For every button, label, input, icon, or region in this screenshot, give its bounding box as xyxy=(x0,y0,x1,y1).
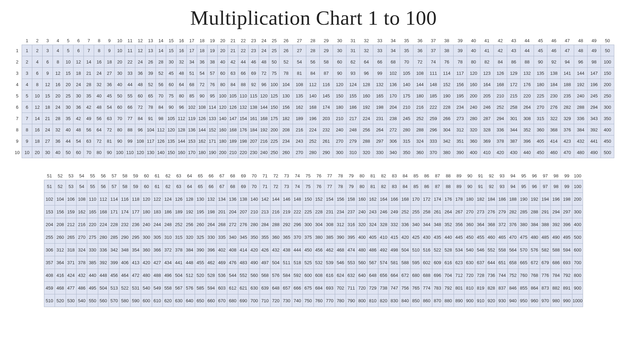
col-header: 44 xyxy=(521,37,534,45)
product-cell: 152 xyxy=(207,124,218,136)
product-cell: 828 xyxy=(486,282,497,294)
col-header: 17 xyxy=(187,37,197,45)
product-cell: 84 xyxy=(135,113,146,124)
product-cell: 320 xyxy=(357,218,367,231)
product-cell: 819 xyxy=(475,282,486,294)
product-cell: 144 xyxy=(176,136,187,147)
product-cell: 162 xyxy=(197,136,207,147)
product-cell: 270 xyxy=(293,147,306,158)
col-header: 89 xyxy=(454,172,464,180)
col-header: 15 xyxy=(166,37,176,45)
product-cell: 388 xyxy=(540,218,550,231)
product-cell: 497 xyxy=(260,256,270,269)
product-cell: 270 xyxy=(464,206,475,218)
product-cell: 420 xyxy=(494,147,507,158)
product-cell: 8 xyxy=(22,124,32,136)
product-cell: 77 xyxy=(324,180,335,193)
product-cell: 525 xyxy=(303,256,314,269)
product-cell: 110 xyxy=(87,193,98,206)
product-cell: 236 xyxy=(130,218,141,231)
product-cell: 207 xyxy=(249,136,259,147)
product-cell: 58 xyxy=(320,56,333,68)
product-cell: 297 xyxy=(561,206,572,218)
product-cell: 752 xyxy=(508,269,518,282)
product-cell: 340 xyxy=(227,231,238,244)
product-cell: 117 xyxy=(146,136,156,147)
product-cell: 756 xyxy=(400,282,410,294)
product-cell: 300 xyxy=(303,218,314,231)
product-cell: 560 xyxy=(249,269,260,282)
product-cell: 90 xyxy=(166,102,176,113)
product-cell: 630 xyxy=(464,256,475,269)
product-cell: 16 xyxy=(176,45,187,56)
product-cell: 82 xyxy=(480,56,494,68)
product-cell: 243 xyxy=(293,136,306,147)
product-cell: 180 xyxy=(141,206,152,218)
col-header: 7 xyxy=(84,37,94,45)
product-cell: 124 xyxy=(346,79,360,90)
product-cell: 210 xyxy=(400,102,413,113)
product-cell: 584 xyxy=(281,269,292,282)
product-cell: 657 xyxy=(281,282,292,294)
product-cell: 378 xyxy=(173,244,184,256)
product-cell: 204 xyxy=(387,102,400,113)
product-cell: 680 xyxy=(411,269,421,282)
product-cell: 160 xyxy=(357,193,367,206)
product-cell: 272 xyxy=(387,124,400,136)
product-cell: 536 xyxy=(216,269,227,282)
product-cell: 222 xyxy=(427,102,440,113)
col-header: 1 xyxy=(22,37,32,45)
product-cell: 182 xyxy=(280,113,293,124)
col-header: 75 xyxy=(303,172,314,180)
product-cell: 156 xyxy=(335,193,346,206)
product-cell: 48 xyxy=(135,79,146,90)
product-cell: 352 xyxy=(443,218,454,231)
product-cell: 86 xyxy=(507,56,521,68)
product-cell: 162 xyxy=(293,102,306,113)
product-cell: 198 xyxy=(373,102,387,113)
product-cell: 63 xyxy=(173,180,184,193)
product-cell: 35 xyxy=(84,90,94,102)
product-cell: 910 xyxy=(475,294,486,307)
product-cell: 198 xyxy=(238,136,249,147)
product-cell: 220 xyxy=(521,90,534,102)
product-cell: 276 xyxy=(486,206,497,218)
product-cell: 119 xyxy=(187,113,197,124)
col-header: 59 xyxy=(130,172,141,180)
product-cell: 270 xyxy=(333,136,346,147)
product-cell: 99 xyxy=(561,180,572,193)
product-cell: 180 xyxy=(333,102,346,113)
product-cell: 873 xyxy=(540,282,550,294)
product-cell: 195 xyxy=(195,206,206,218)
product-cell: 414 xyxy=(547,136,561,147)
product-cell: 9 xyxy=(22,136,32,147)
product-cell: 664 xyxy=(389,269,400,282)
product-cell: 455 xyxy=(475,231,486,244)
product-cell: 261 xyxy=(432,206,443,218)
product-cell: 288 xyxy=(529,206,540,218)
product-cell: 91 xyxy=(475,180,486,193)
product-cell: 27 xyxy=(43,136,53,147)
product-cell: 369 xyxy=(480,136,494,147)
product-cell: 621 xyxy=(238,282,249,294)
product-cell: 432 xyxy=(76,269,87,282)
product-cell: 72 xyxy=(259,68,269,79)
col-header: 33 xyxy=(373,37,387,45)
product-cell: 56 xyxy=(306,56,320,68)
product-cell: 480 xyxy=(574,147,588,158)
product-cell: 30 xyxy=(333,45,346,56)
product-cell: 136 xyxy=(387,79,400,90)
product-cell: 168 xyxy=(306,102,320,113)
product-cell: 24 xyxy=(53,102,63,113)
product-cell: 468 xyxy=(55,282,66,294)
product-cell: 12 xyxy=(43,79,53,90)
product-cell: 420 xyxy=(400,231,410,244)
product-cell: 87 xyxy=(432,180,443,193)
product-cell: 567 xyxy=(367,256,378,269)
col-header: 4 xyxy=(53,37,63,45)
product-cell: 287 xyxy=(480,113,494,124)
product-cell: 140 xyxy=(400,79,413,90)
col-header: 73 xyxy=(281,172,292,180)
product-cell: 33 xyxy=(125,68,135,79)
product-cell: 172 xyxy=(507,79,521,90)
